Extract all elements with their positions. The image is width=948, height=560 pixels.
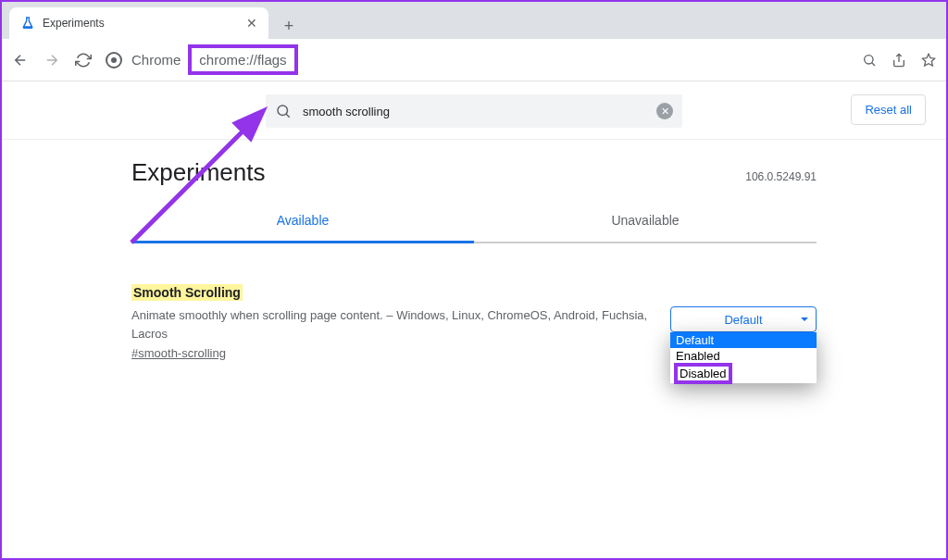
flag-select-value: Default (724, 313, 762, 327)
forward-button[interactable] (43, 51, 61, 69)
clear-search-icon[interactable]: ✕ (656, 103, 673, 119)
tabs: Available Unavailable (131, 200, 817, 243)
browser-tabbar: Experiments ✕ + (2, 2, 946, 39)
version-text: 106.0.5249.91 (745, 170, 817, 183)
chrome-icon (106, 52, 122, 68)
page-content: smooth scrolling ✕ Reset all Experiments… (2, 81, 946, 360)
address-bar[interactable]: Chrome chrome://flags (106, 44, 848, 75)
toolbar-right (861, 52, 937, 68)
dropdown-option-default[interactable]: Default (670, 332, 817, 348)
flag-dropdown: Default Enabled Disabled (670, 332, 817, 383)
tab-title: Experiments (43, 17, 239, 30)
dropdown-option-disabled[interactable]: Disabled (670, 364, 817, 383)
flags-search-input[interactable]: smooth scrolling (266, 94, 682, 128)
search-icon (275, 103, 292, 119)
svg-point-0 (865, 55, 873, 63)
search-icon[interactable] (861, 52, 878, 68)
dropdown-option-enabled[interactable]: Enabled (670, 348, 817, 364)
browser-toolbar: Chrome chrome://flags (2, 39, 946, 81)
star-icon[interactable] (920, 52, 937, 68)
page-title: Experiments (131, 158, 266, 187)
tab-unavailable[interactable]: Unavailable (474, 200, 817, 243)
flag-title: Smooth Scrolling (131, 284, 243, 301)
reset-all-button[interactable]: Reset all (851, 94, 926, 125)
back-button[interactable] (11, 51, 30, 69)
url-text: chrome://flags (188, 44, 297, 75)
flask-icon (20, 16, 35, 31)
flag-description: Animate smoothly when scrolling page con… (131, 306, 652, 342)
svg-point-2 (278, 106, 288, 116)
flag-hash[interactable]: #smooth-scrolling (131, 346, 652, 360)
new-tab-button[interactable]: + (276, 13, 302, 39)
svg-marker-1 (922, 54, 934, 66)
flag-smooth-scrolling: Smooth Scrolling Animate smoothly when s… (131, 243, 817, 360)
reload-button[interactable] (74, 51, 93, 69)
search-row: smooth scrolling ✕ Reset all (2, 81, 946, 140)
close-icon[interactable]: ✕ (246, 16, 257, 31)
flag-select[interactable]: Default (670, 306, 817, 332)
tab-available[interactable]: Available (131, 200, 474, 243)
address-label: Chrome (131, 52, 181, 68)
share-icon[interactable] (891, 52, 907, 68)
browser-tab[interactable]: Experiments ✕ (9, 7, 268, 39)
